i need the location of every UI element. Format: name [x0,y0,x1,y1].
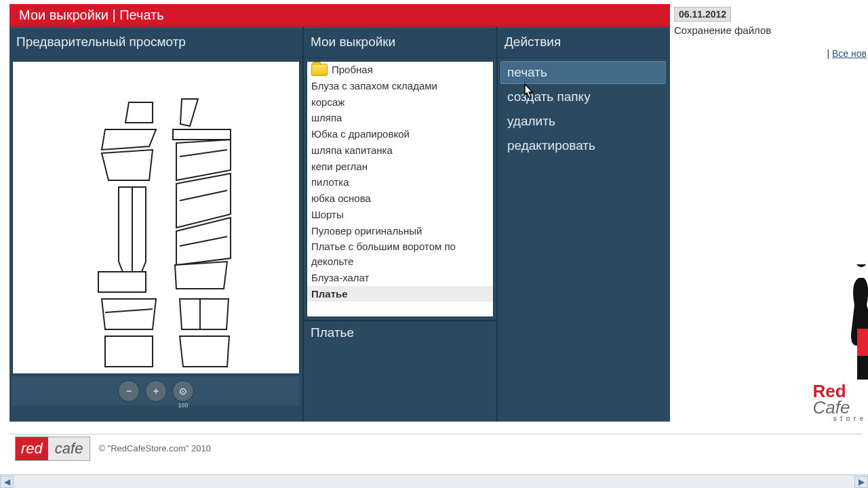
pattern-detail-body [304,347,496,422]
preview-column: Предварительный просмотр [9,27,302,422]
folder-icon [311,64,328,76]
preview-canvas[interactable] [12,61,300,374]
pattern-item[interactable]: юбка основа [307,190,493,207]
app-window: Мои выкройки | Печать Предварительный пр… [9,4,670,422]
actions-list: печатьсоздать папкуудалитьредактировать [498,58,669,161]
svg-rect-8 [857,329,868,356]
pattern-item[interactable]: корсаж [307,94,493,110]
pattern-item[interactable]: Платье с большим воротом по декольте [307,239,493,270]
zoom-in-button[interactable]: + [145,380,167,402]
patterns-list[interactable]: ПробнаяБлуза с запахом складамикорсажшля… [307,61,494,317]
pattern-item[interactable]: Блуза с запахом складами [307,78,493,94]
titlebar: Мои выкройки | Печать [9,4,670,27]
horizontal-scrollbar[interactable]: ◀ ▶ [0,474,868,488]
scroll-right-arrow-icon[interactable]: ▶ [854,476,868,488]
brand-block: Red Cafe store [813,264,867,422]
right-rail: 06.11.2012 Сохранение файлов | Все нов R… [674,0,867,434]
zoom-out-button[interactable]: − [118,380,140,402]
pattern-detail-header: Платье [304,320,496,347]
action-редактировать[interactable]: редактировать [500,134,666,157]
pattern-folder[interactable]: Пробная [307,62,493,78]
action-удалить[interactable]: удалить [500,110,666,133]
pattern-preview-svg [13,62,299,373]
scroll-track[interactable] [15,476,853,488]
pattern-item[interactable]: Платье [307,286,493,302]
svg-rect-3 [105,336,153,367]
pattern-item[interactable]: пилотка [307,174,493,190]
action-создать-папку[interactable]: создать папку [500,85,666,108]
silhouette-image [844,264,868,380]
action-печать[interactable]: печать [500,61,666,84]
footer-logo[interactable]: redcafe [15,436,90,461]
footer-logo-cafe: cafe [48,437,90,460]
pattern-item[interactable]: шляпа [307,110,493,126]
actions-column: Действия печатьсоздать папкуудалитьредак… [496,27,669,422]
preview-controls: − + ⊙ [12,377,300,405]
footer-logo-red: red [16,437,48,460]
footer: redcafe © "RedCafeStore.com" 2010 [9,434,863,462]
patterns-column: Мои выкройки ПробнаяБлуза с запахом скла… [302,27,496,422]
actions-header: Действия [498,27,669,58]
pattern-item[interactable]: кепи реглан [307,159,493,175]
scroll-left-arrow-icon[interactable]: ◀ [0,476,14,488]
pattern-item[interactable]: Юбка с драпировкой [307,126,493,142]
redcafe-logo: Red Cafe store [813,384,867,422]
news-all-link[interactable]: Все нов [832,48,867,59]
preview-header: Предварительный просмотр [9,27,302,58]
zoom-reset-button[interactable]: ⊙ [172,380,194,402]
main-layout: Предварительный просмотр [9,27,670,422]
svg-rect-1 [98,272,146,292]
pattern-item[interactable]: Шорты [307,207,493,223]
news-all-sep: | [827,48,833,59]
pattern-folder-label: Пробная [332,62,373,77]
news-date: 06.11.2012 [674,7,731,22]
pattern-item[interactable]: шляпа капитанка [307,142,493,159]
footer-copyright: © "RedCafeStore.com" 2010 [98,443,211,453]
pattern-item[interactable]: Блуза-халат [307,270,493,286]
news-all-row: | Все нов [674,48,867,59]
news-title[interactable]: Сохранение файлов [674,24,867,36]
patterns-header: Мои выкройки [304,27,496,58]
pattern-item[interactable]: Пуловер оригинальный [307,223,493,239]
titlebar-text: Мои выкройки | Печать [19,7,164,23]
